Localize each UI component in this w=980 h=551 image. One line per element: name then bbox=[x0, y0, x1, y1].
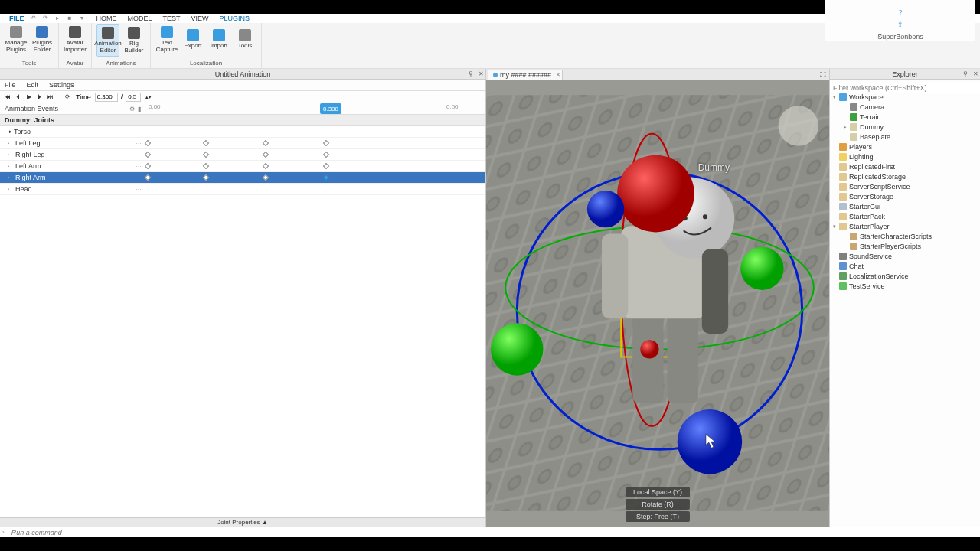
tree-arrow-icon[interactable]: ▸ bbox=[844, 124, 850, 130]
goto-start-button[interactable]: ⏮ bbox=[3, 93, 12, 102]
keyframe[interactable] bbox=[323, 152, 329, 158]
keyframe[interactable] bbox=[145, 152, 151, 158]
manage-plugins-button[interactable]: Manage Plugins bbox=[5, 24, 28, 55]
viewport-3d[interactable]: Dummy Local Space (Y) Rotate (R) Step: F… bbox=[486, 80, 829, 527]
expand-icon[interactable]: ▸ bbox=[9, 129, 12, 135]
track-options-icon[interactable]: ⋯ bbox=[136, 186, 142, 193]
tree-node[interactable]: ReplicatedStorage bbox=[830, 171, 980, 181]
keyframe[interactable] bbox=[203, 174, 209, 181]
track-row[interactable]: •Right Arm⋯ bbox=[0, 172, 485, 184]
anim-menu-settings[interactable]: Settings bbox=[49, 81, 74, 89]
keyframe[interactable] bbox=[263, 140, 269, 146]
tree-node[interactable]: TestService bbox=[830, 281, 980, 291]
time-input[interactable] bbox=[95, 93, 118, 102]
track-row[interactable]: ▸ Torso⋯ bbox=[0, 126, 485, 138]
playhead[interactable]: 0.300 bbox=[320, 103, 341, 114]
track-options-icon[interactable]: ⋯ bbox=[136, 140, 142, 147]
keyframe[interactable] bbox=[203, 140, 209, 146]
menu-model[interactable]: MODEL bbox=[128, 15, 152, 22]
anim-menu-file[interactable]: File bbox=[5, 81, 16, 89]
tree-node[interactable]: ▾Workspace bbox=[830, 92, 980, 102]
tree-node[interactable]: StarterPlayerScripts bbox=[830, 241, 980, 251]
track-lane[interactable] bbox=[145, 161, 485, 171]
track-options-icon[interactable]: ⋯ bbox=[136, 163, 142, 170]
tree-node[interactable]: ▾StarterPlayer bbox=[830, 221, 980, 231]
tree-node[interactable]: SoundService bbox=[830, 251, 980, 261]
collapse-ribbon-icon[interactable]: ^ bbox=[899, 0, 902, 4]
step-back-button[interactable]: ⏴ bbox=[14, 93, 23, 102]
track-options-icon[interactable]: ⋯ bbox=[136, 129, 142, 135]
track-options-icon[interactable]: ⋯ bbox=[136, 174, 142, 181]
help-icon[interactable]: ? bbox=[898, 8, 902, 16]
pin-icon[interactable]: ⚲ bbox=[963, 70, 968, 77]
anim-menu-edit[interactable]: Edit bbox=[27, 81, 39, 89]
track-row[interactable]: •Left Leg⋯ bbox=[0, 138, 485, 149]
qat-stop-icon[interactable]: ■ bbox=[66, 14, 74, 21]
tree-arrow-icon[interactable]: ▾ bbox=[833, 223, 839, 230]
tree-node[interactable]: ServerScriptService bbox=[830, 181, 980, 191]
expand-viewport-icon[interactable]: ⛶ bbox=[820, 71, 826, 78]
text-capture-button[interactable]: Text Capture bbox=[155, 24, 178, 55]
keyframe[interactable] bbox=[323, 140, 329, 146]
share-icon[interactable]: ⇪ bbox=[897, 21, 903, 28]
keyframe[interactable] bbox=[263, 152, 269, 158]
viewport-tab[interactable]: my #### ###### ✕ bbox=[488, 70, 563, 80]
track-lane[interactable] bbox=[145, 126, 485, 137]
tab-close-icon[interactable]: ✕ bbox=[556, 72, 560, 78]
tree-arrow-icon[interactable]: ▾ bbox=[833, 94, 839, 100]
events-gear-icon[interactable]: ⚙ bbox=[129, 106, 135, 112]
plugins-folder-button[interactable]: Plugins Folder bbox=[31, 24, 54, 55]
menu-test[interactable]: TEST bbox=[163, 15, 181, 22]
tree-node[interactable]: Chat bbox=[830, 261, 980, 271]
tree-node[interactable]: Players bbox=[830, 142, 980, 152]
timeline-ruler[interactable]: 0.000.500.300 bbox=[145, 103, 485, 114]
close-icon[interactable]: ✕ bbox=[479, 70, 484, 77]
track-row[interactable]: •Head⋯ bbox=[0, 184, 485, 195]
track-row[interactable]: •Right Leg⋯ bbox=[0, 149, 485, 161]
tree-node[interactable]: ▸Dummy bbox=[830, 122, 980, 132]
import-button[interactable]: Import bbox=[207, 24, 230, 55]
goto-end-button[interactable]: ⏭ bbox=[46, 93, 55, 102]
tools-button[interactable]: Tools bbox=[234, 24, 256, 55]
qat-more-icon[interactable]: ▾ bbox=[78, 14, 86, 21]
keyframe[interactable] bbox=[145, 163, 151, 169]
animation-editor-button[interactable]: Animation Editor bbox=[96, 24, 119, 57]
qat-redo-icon[interactable]: ↷ bbox=[41, 14, 49, 21]
keyframe[interactable] bbox=[145, 140, 151, 146]
track-lane[interactable] bbox=[145, 184, 485, 194]
joint-properties-bar[interactable]: Joint Properties ▲ bbox=[0, 517, 485, 527]
play-button[interactable]: ▶ bbox=[24, 93, 34, 102]
close-icon[interactable]: ✕ bbox=[973, 70, 978, 77]
menu-file[interactable]: FILE bbox=[9, 15, 24, 22]
tree-node[interactable]: Terrain bbox=[830, 112, 980, 122]
export-button[interactable]: Export bbox=[181, 24, 204, 55]
explorer-tree[interactable]: ▾WorkspaceCameraTerrain▸DummyBaseplatePl… bbox=[830, 90, 980, 527]
step-forward-button[interactable]: ⏵ bbox=[35, 93, 44, 102]
track-lane[interactable] bbox=[145, 172, 485, 183]
tree-node[interactable]: ReplicatedFirst bbox=[830, 161, 980, 171]
keyframe[interactable] bbox=[203, 152, 209, 158]
length-input[interactable] bbox=[126, 93, 141, 102]
track-lane[interactable] bbox=[145, 138, 485, 148]
keyframe[interactable] bbox=[263, 174, 269, 181]
rig-builder-button[interactable]: Rig Builder bbox=[122, 24, 145, 57]
qat-undo-icon[interactable]: ↶ bbox=[29, 14, 37, 21]
time-step-icon[interactable]: ▴▾ bbox=[144, 93, 153, 102]
menu-home[interactable]: HOME bbox=[96, 15, 117, 22]
keyframe[interactable] bbox=[323, 163, 329, 169]
tree-node[interactable]: Camera bbox=[830, 102, 980, 112]
tree-node[interactable]: LocalizationService bbox=[830, 271, 980, 281]
tree-node[interactable]: Lighting bbox=[830, 152, 980, 161]
tree-node[interactable]: StarterGui bbox=[830, 201, 980, 211]
events-add-icon[interactable]: ▮ bbox=[138, 106, 141, 112]
menu-view[interactable]: VIEW bbox=[191, 15, 209, 22]
track-lane[interactable] bbox=[145, 149, 485, 160]
qat-play-icon[interactable]: ▸ bbox=[54, 14, 61, 21]
tree-node[interactable]: StarterPack bbox=[830, 211, 980, 221]
command-input[interactable] bbox=[7, 529, 980, 536]
tree-node[interactable]: Baseplate bbox=[830, 132, 980, 142]
keyframe[interactable] bbox=[323, 174, 329, 181]
track-options-icon[interactable]: ⋯ bbox=[136, 152, 142, 158]
avatar-importer-button[interactable]: Avatar Importer bbox=[64, 24, 87, 55]
keyframe[interactable] bbox=[145, 174, 151, 181]
